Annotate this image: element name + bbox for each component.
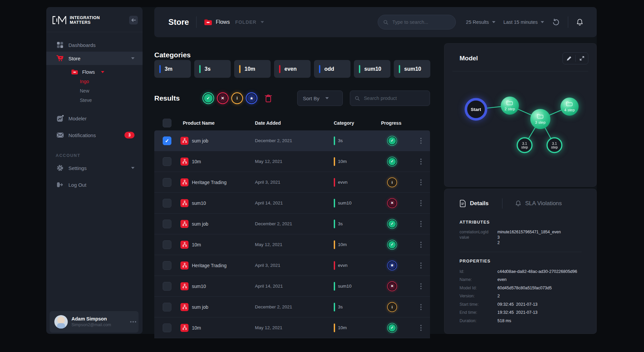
category-chip-label: 3s [205,66,211,72]
im-logo-icon [52,14,67,26]
notifications-bell-button[interactable] [576,18,583,26]
expand-model-button[interactable] [576,53,588,64]
sidebar-item-logout[interactable]: Log Out [46,178,143,191]
tab-details[interactable]: Details [460,200,489,207]
tab-sla-violations[interactable]: SLA Violations [515,200,562,207]
category-cell: 10m [334,324,347,332]
sidebar-item-ingo[interactable]: Ingo [46,77,143,86]
user-card[interactable]: Adam Simpson Simpson2@mail.com [50,311,139,333]
product-hierarchy-icon [180,303,189,311]
sidebar-item-notifications[interactable]: Notifications 3 [46,128,143,142]
row-checkbox[interactable] [163,199,171,208]
delete-button[interactable] [265,94,272,103]
row-checkbox[interactable] [163,324,171,332]
table-row[interactable]: Heritage TradingApril 3, 2021evvn★ [154,255,430,276]
model-node-4-step[interactable]: 4 step [560,98,579,116]
row-checkbox[interactable] [163,178,171,187]
sidebar-item-label: Modeler [68,116,87,121]
status-check-icon: ✓ [388,241,396,248]
global-search[interactable] [378,15,456,30]
model-node-3.1-step[interactable]: 3.1step [517,138,532,153]
table-row[interactable]: 10mMay 12, 202110m✓ [154,317,430,338]
row-menu-dots-icon[interactable] [420,223,422,225]
property-value: even [497,277,506,283]
sidebar-item-store[interactable]: Store [46,52,143,65]
row-menu-dots-icon[interactable] [420,244,422,245]
filter-error-icon[interactable]: ✕ [218,94,227,103]
user-menu-dots-icon[interactable] [132,321,134,322]
category-chip[interactable]: odd [314,60,351,78]
product-name: sum job [192,304,208,310]
sidebar-collapse-button[interactable] [129,16,138,24]
row-menu-dots-icon[interactable] [420,202,422,204]
table-row[interactable]: sum jobDecember 2, 20213si [154,297,430,317]
table-row[interactable]: sum10April 14, 2021sum10✕ [154,193,430,214]
table-row[interactable]: sum jobDecember 2, 20213s✓ [154,214,430,234]
filter-check-icon[interactable]: ✓ [204,94,213,103]
filter-star-icon[interactable]: ★ [247,94,256,103]
property-value: 518 ms [497,318,511,324]
row-menu-dots-icon[interactable] [420,306,422,308]
table-row[interactable]: ✓sum jobDecember 2, 20213s✓ [154,130,430,151]
edit-model-button[interactable] [563,53,575,64]
attribute-label: correlationLogId [460,229,497,235]
filter-info-icon[interactable]: i [233,94,241,103]
table-row[interactable]: 10mMay 12, 202110m✓ [154,151,430,172]
refresh-button[interactable] [552,18,560,26]
table-row[interactable]: sum10April 14, 2021sum10✕ [154,276,430,297]
category-chip[interactable]: 3s [194,60,231,78]
time-range-dropdown[interactable]: Last 15 minutes [503,19,544,25]
category-chip[interactable]: sum10 [394,60,430,78]
sidebar-item-steve[interactable]: Steve [46,96,143,105]
select-all-checkbox[interactable] [163,119,171,127]
model-actions [562,52,588,64]
tab-details-label: Details [470,200,489,207]
row-menu-dots-icon[interactable] [420,140,422,141]
model-diagram[interactable]: Start2 step3 step4 step3.1step3.1step [444,71,597,182]
results-count-dropdown[interactable]: 25 Results [466,19,495,25]
row-menu-dots-icon[interactable] [420,265,422,266]
row-checkbox[interactable] [163,303,171,311]
date-added: April 14, 2021 [255,200,283,206]
row-menu-dots-icon[interactable] [420,286,422,287]
row-menu-dots-icon[interactable] [420,182,422,183]
sidebar-item-dashboards[interactable]: Dashboards [46,38,143,52]
row-checkbox[interactable]: ✓ [163,136,171,145]
sidebar-item-settings[interactable]: Settings [46,161,143,175]
category-chip[interactable]: 3m [154,60,191,78]
product-search[interactable] [350,91,430,106]
row-checkbox[interactable] [163,157,171,166]
row-checkbox[interactable] [163,220,171,228]
sidebar-item-flows[interactable]: Flows [46,66,143,77]
category-chip[interactable]: 10m [234,60,271,78]
chevron-down-icon [131,167,135,169]
model-node-2-step[interactable]: 2 step [501,97,519,115]
product-search-input[interactable] [363,95,425,101]
category-chips: 3m3s10mevenoddsum10sum10 [154,60,430,78]
category-chip[interactable]: sum10 [354,60,390,78]
product-hierarchy-icon [180,282,189,290]
row-checkbox[interactable] [163,240,171,249]
row-menu-dots-icon[interactable] [420,327,422,329]
property-label: Name: [460,277,497,283]
model-node-3-step[interactable]: 3 step [530,109,550,129]
category-chip[interactable]: even [274,60,311,78]
sort-by-dropdown[interactable]: Sort By [297,91,343,106]
expand-icon [579,56,585,61]
row-menu-dots-icon[interactable] [420,161,422,162]
status-check-icon: ✓ [388,220,396,228]
table-row[interactable]: Heritage TradingApril 3, 2021evvni [154,172,430,193]
model-node-3.1-step[interactable]: 3.1step [547,138,562,153]
row-checkbox[interactable] [163,282,171,291]
user-name: Adam Simpson [71,316,111,322]
sidebar-item-modeler[interactable]: Modeler [46,112,143,125]
property-row: Name:even [460,277,588,285]
table-row[interactable]: 10mMay 12, 202110m✓ [154,234,430,255]
row-checkbox[interactable] [163,261,171,270]
sidebar-item-new[interactable]: New [46,86,143,96]
sidebar-item-label: Store [68,56,80,61]
model-node-start[interactable]: Start [466,99,486,119]
search-input[interactable] [392,19,450,25]
date-added: April 3, 2021 [255,263,280,268]
folder-breadcrumb[interactable]: Flows FOLDER [204,19,264,25]
